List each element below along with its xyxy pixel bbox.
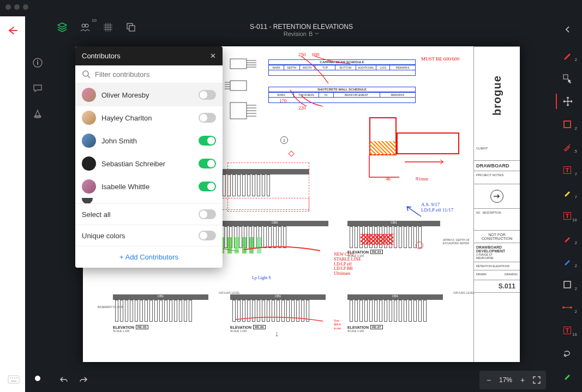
minimize-dot[interactable] <box>14 4 20 10</box>
text-tool-red[interactable]: T 7 <box>556 162 578 178</box>
undo-button[interactable] <box>57 373 71 387</box>
title-block: brogue CLIENT DRAWBOARD PROJECT NOTES NO… <box>473 46 520 362</box>
sheet-title: RETENTION ELEVATIONS <box>474 262 520 270</box>
dimension-tool[interactable]: 2 <box>556 300 578 315</box>
chat-icon[interactable] <box>33 83 43 95</box>
contributor-name: John Smith <box>101 137 193 145</box>
elevation-re04: CB1 APPROX. DEPTH OF EXCAVATED WATER ELE… <box>347 221 440 257</box>
pen-tool-red-2[interactable]: 2 <box>556 231 578 246</box>
ann-new-clo: NEW CLO STABLE LINE LD/LP eff LD/LP BB U… <box>334 252 361 276</box>
back-button[interactable] <box>7 26 18 392</box>
contributor-row[interactable]: Isabelle Whittle <box>75 175 223 198</box>
svg-line-25 <box>88 76 90 78</box>
rect-tool-2[interactable]: 2 <box>556 277 578 292</box>
contributor-row-more[interactable] <box>75 198 223 203</box>
right-toolbar: 2 2 .5 T 7 7 T 16 2 <box>553 16 582 392</box>
toggle-switch[interactable] <box>199 113 216 123</box>
contributor-row[interactable]: Hayley Charlton <box>75 106 223 129</box>
zoom-dot[interactable] <box>23 4 28 10</box>
svg-rect-18 <box>230 102 247 119</box>
red-diamond <box>288 150 294 156</box>
contributors-icon[interactable]: 10 <box>77 20 93 35</box>
cone-icon[interactable] <box>33 109 43 120</box>
filter-input[interactable] <box>95 70 216 79</box>
zoom-out-button[interactable]: − <box>482 373 496 387</box>
arrow-circle-icon <box>490 190 503 203</box>
close-dot[interactable] <box>5 4 11 10</box>
ann-must-be: MUST BE 600/600 <box>421 56 459 62</box>
red-dims <box>367 155 465 188</box>
toggle-switch[interactable] <box>199 136 216 146</box>
svg-rect-37 <box>11 381 16 382</box>
project-name: DRAWBOARD DEVELOPMENT <box>476 245 518 253</box>
svg-point-31 <box>570 306 572 309</box>
svg-rect-27 <box>564 121 571 128</box>
rect-tool-red[interactable]: 2 <box>556 117 578 132</box>
select-all-toggle[interactable] <box>199 209 216 219</box>
svg-rect-28 <box>564 281 571 288</box>
pen-tool-green[interactable] <box>556 369 578 384</box>
eyedropper-tool[interactable]: .5 <box>556 140 578 155</box>
contributor-row[interactable]: Oliver Moresby <box>75 83 223 106</box>
avatar <box>82 198 93 203</box>
elevation-re07: GROUND LEVEL CB1 ELEVATION RE.07 SCALE 1… <box>347 294 443 333</box>
main-area: 10 S-011 - RETENTION ELEVATIONS Revision… <box>50 16 553 392</box>
svg-point-30 <box>562 306 565 309</box>
redo-button[interactable] <box>76 373 91 387</box>
bottom-bar: − 17% + <box>50 368 553 392</box>
close-icon[interactable]: ✕ <box>210 52 216 60</box>
search-icon <box>82 70 91 79</box>
status-dot <box>35 376 40 381</box>
stub-detail-top <box>225 56 257 123</box>
project-notes-label: PROJECT NOTES <box>476 173 503 177</box>
layers-icon[interactable] <box>55 20 70 35</box>
pen-tool-red[interactable]: 2 <box>556 48 578 63</box>
svg-rect-34 <box>12 377 13 378</box>
blue-arrow-down: ↓ <box>275 330 279 339</box>
svg-rect-32 <box>8 376 19 383</box>
contributors-title: Contributors <box>82 52 121 60</box>
svg-point-5 <box>85 24 88 27</box>
key-note-1: 1 <box>280 136 288 144</box>
highlighter-tool[interactable]: 7 <box>556 185 578 201</box>
chevron-left-icon[interactable] <box>556 22 578 37</box>
left-toolbar <box>25 16 50 392</box>
info-icon[interactable] <box>33 58 43 69</box>
avatar <box>82 179 96 194</box>
ann-light: Lp Light S <box>252 275 271 280</box>
contributor-name: Sebastian Schreiber <box>101 160 193 168</box>
text-tool-red-3[interactable]: T 16 <box>556 323 578 338</box>
fit-screen-button[interactable] <box>530 373 544 387</box>
add-contributors-button[interactable]: + Add Contributors <box>75 246 223 268</box>
pen-tool-blue[interactable]: 2 <box>556 254 578 269</box>
svg-point-24 <box>83 71 88 76</box>
project-address: 1 PUNGE ST MELBOURNE <box>476 253 518 260</box>
zoom-in-button[interactable]: + <box>515 373 530 387</box>
svg-rect-1 <box>37 62 38 65</box>
contributor-row[interactable]: Sebastian Schreiber <box>75 152 223 175</box>
contributor-row[interactable]: John Smith <box>75 129 223 152</box>
svg-rect-7 <box>129 26 135 31</box>
window-controls <box>5 4 28 10</box>
move-tool[interactable] <box>556 94 578 109</box>
toggle-switch[interactable] <box>199 182 216 191</box>
svg-rect-26 <box>563 75 568 79</box>
unique-colors-toggle[interactable] <box>199 231 216 240</box>
contributors-badge: 10 <box>92 18 97 23</box>
select-all-label: Select all <box>82 210 111 219</box>
lasso-tool[interactable] <box>556 346 578 361</box>
avatar <box>82 156 96 171</box>
keyboard-icon[interactable] <box>8 375 20 385</box>
text-tool-red-2[interactable]: T 16 <box>556 208 578 224</box>
drawboard-label: DRAWBOARD <box>474 161 520 171</box>
blue-arrow <box>405 204 423 221</box>
toggle-switch[interactable] <box>199 159 216 168</box>
red-section-horz <box>397 132 459 154</box>
toggle-switch[interactable] <box>199 90 216 100</box>
grid-icon[interactable] <box>100 20 116 35</box>
compare-icon[interactable] <box>123 20 139 35</box>
cursor-select-tool[interactable] <box>556 71 578 86</box>
ann-81: 81mm <box>416 176 428 182</box>
elevation-re06: CB1 ELEVATION RE.06 SCALE 1:100 <box>230 294 326 333</box>
svg-rect-36 <box>16 377 17 378</box>
